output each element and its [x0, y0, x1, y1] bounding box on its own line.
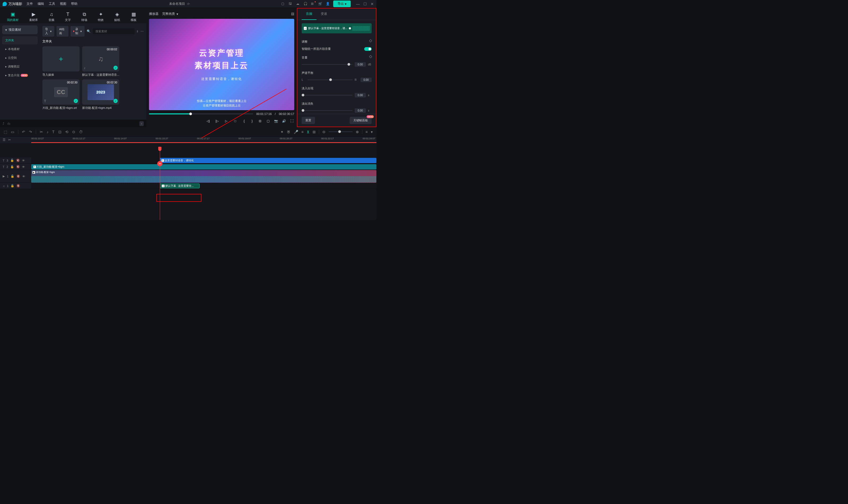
menu-tools[interactable]: 工具: [49, 2, 55, 6]
step-back-button[interactable]: |▷: [215, 119, 220, 123]
rotate-tool[interactable]: ⟲: [65, 130, 68, 134]
progress-handle[interactable]: [189, 112, 192, 115]
headset-icon[interactable]: 🎧: [304, 2, 308, 6]
search-input[interactable]: [93, 28, 135, 34]
cart-icon[interactable]: 🛒: [318, 2, 323, 6]
text-tool[interactable]: T: [52, 130, 55, 134]
mic-icon[interactable]: 🎤: [294, 130, 298, 134]
fadein-slider[interactable]: [302, 95, 352, 96]
save-icon[interactable]: 🖫: [289, 2, 293, 6]
chevron-down-icon[interactable]: ▾: [371, 130, 373, 134]
tab-sticker[interactable]: ◈贴纸: [112, 10, 122, 23]
tab-speed-props[interactable]: 变速: [316, 8, 331, 20]
tab-effects[interactable]: ✦特效: [96, 10, 106, 23]
apps-icon[interactable]: ⊞: [311, 2, 315, 6]
image-icon[interactable]: 🖼: [291, 12, 294, 16]
camera-icon[interactable]: 📷: [274, 119, 278, 123]
ratio-icon[interactable]: ⊟: [258, 119, 262, 123]
ai-draw-button[interactable]: AI绘画: [56, 26, 68, 37]
sidebar-item-cloud[interactable]: ▸云空间: [2, 54, 38, 62]
sidebar-head[interactable]: ▾项目素材: [2, 25, 38, 34]
asset-audio-card[interactable]: 00:00:02 ♫ ♪ ✓: [82, 46, 119, 72]
lock-icon[interactable]: 🔓: [10, 159, 14, 162]
tab-stock[interactable]: ▶素材库: [27, 10, 40, 23]
reset-button[interactable]: 重置: [302, 117, 315, 124]
unify-toggle[interactable]: [364, 47, 371, 51]
menu-help[interactable]: 帮助: [71, 2, 77, 6]
redo-button[interactable]: ↷: [29, 130, 32, 134]
mute-icon[interactable]: 🔇: [16, 165, 20, 168]
grid-icon[interactable]: ⊞: [313, 130, 316, 134]
user-icon[interactable]: 👤: [326, 2, 330, 6]
sidebar-item-folder[interactable]: 文件夹: [2, 36, 38, 44]
zoom-slider[interactable]: [329, 131, 352, 132]
playhead[interactable]: ✂: [160, 149, 160, 220]
sidebar-item-adjust[interactable]: ▸调整图层: [2, 62, 38, 71]
keyframe-diamond-icon[interactable]: [369, 55, 372, 58]
lock-icon[interactable]: 🔓: [11, 175, 14, 178]
monitor-icon[interactable]: ▢: [281, 2, 285, 6]
list-icon[interactable]: ≡: [366, 130, 368, 134]
tab-my-media[interactable]: ▣我的素材: [5, 10, 21, 23]
progress-bar[interactable]: [149, 113, 253, 114]
minimize-button[interactable]: —: [356, 2, 360, 6]
progress-dot[interactable]: [349, 27, 351, 30]
magnet-icon[interactable]: ⊻: [307, 130, 309, 134]
eq-icon[interactable]: ≡: [301, 130, 304, 134]
import-button[interactable]: 导入 ▾: [42, 26, 54, 37]
menu-icon[interactable]: ☰: [3, 138, 5, 142]
balance-slider[interactable]: [308, 79, 352, 80]
lock-icon[interactable]: 🔓: [10, 165, 14, 168]
import-media-card[interactable]: +: [42, 46, 80, 72]
eye-icon[interactable]: 👁: [22, 165, 25, 168]
eye-icon[interactable]: 👁: [22, 175, 25, 178]
mute-icon[interactable]: 🔇: [16, 159, 20, 162]
crop-tool[interactable]: ⊡: [58, 130, 62, 134]
tab-audio-props[interactable]: 音频: [302, 8, 316, 20]
volume-slider[interactable]: [302, 64, 352, 65]
quality-select[interactable]: 完整画质 ▾: [162, 12, 178, 16]
audio-tool[interactable]: ♪: [47, 130, 49, 134]
timer-tool[interactable]: ⏱: [79, 130, 83, 134]
menu-file[interactable]: 文件: [27, 2, 33, 6]
brace-close-icon[interactable]: }: [250, 119, 255, 123]
fadeout-slider[interactable]: [302, 110, 352, 111]
volume-icon[interactable]: 🔊: [281, 119, 286, 123]
shield-icon[interactable]: ⛨: [287, 130, 291, 134]
keyframe-panel-button[interactable]: 关键帧面板NEW: [350, 117, 371, 124]
mute-icon[interactable]: 🔇: [16, 184, 20, 187]
effects-icon[interactable]: ✦: [280, 130, 284, 134]
prev-frame-button[interactable]: ◁|: [206, 119, 210, 123]
tab-template[interactable]: ▦模板: [128, 10, 139, 23]
title-clip[interactable]: T 片段_新功能-配音+bgm: [31, 164, 377, 169]
sync-icon[interactable]: ⟳: [187, 2, 190, 6]
folder-icon[interactable]: 🗀: [7, 122, 11, 126]
keyframe-diamond-icon[interactable]: [369, 39, 372, 42]
filter-icon[interactable]: ⫾: [137, 30, 138, 33]
export-button[interactable]: 导出 ▾: [333, 1, 351, 7]
tab-transition[interactable]: ⧉转场: [79, 11, 89, 23]
balance-value[interactable]: 0.00: [361, 77, 371, 82]
brace-open-icon[interactable]: {: [242, 119, 246, 123]
share-icon[interactable]: ⤴: [3, 122, 4, 126]
fullscreen-icon[interactable]: ⛶: [290, 119, 294, 123]
menu-edit[interactable]: 编辑: [38, 2, 44, 6]
tab-text[interactable]: T文字: [63, 11, 73, 23]
zoom-in-button[interactable]: ⊕: [356, 130, 359, 134]
fadein-value[interactable]: 0.00: [355, 93, 366, 97]
screen-icon[interactable]: ▢: [265, 119, 271, 123]
zoom-out-button[interactable]: ⊖: [322, 130, 326, 134]
sidebar-item-local[interactable]: ▸本地素材: [2, 45, 38, 53]
audio-clip[interactable]: ♫ 默认字幕 - 这里需要转...: [160, 183, 200, 188]
cut-icon[interactable]: ✂: [8, 138, 11, 142]
text-clip[interactable]: T 这里需要转语音，请转化: [160, 158, 377, 163]
eye-icon[interactable]: 👁: [22, 159, 25, 162]
asset-srt-card[interactable]: 00:02:30 CC T ✓: [42, 79, 80, 105]
close-button[interactable]: ✕: [370, 2, 374, 6]
maximize-button[interactable]: ☐: [363, 2, 367, 6]
sidebar-item-compound[interactable]: ▸复合片段NEW: [2, 71, 38, 79]
cloud-icon[interactable]: ☁: [296, 2, 300, 6]
more-icon[interactable]: ⋯: [140, 30, 144, 33]
undo-button[interactable]: ↶: [22, 130, 25, 134]
cut-tool[interactable]: ✂: [40, 130, 43, 134]
